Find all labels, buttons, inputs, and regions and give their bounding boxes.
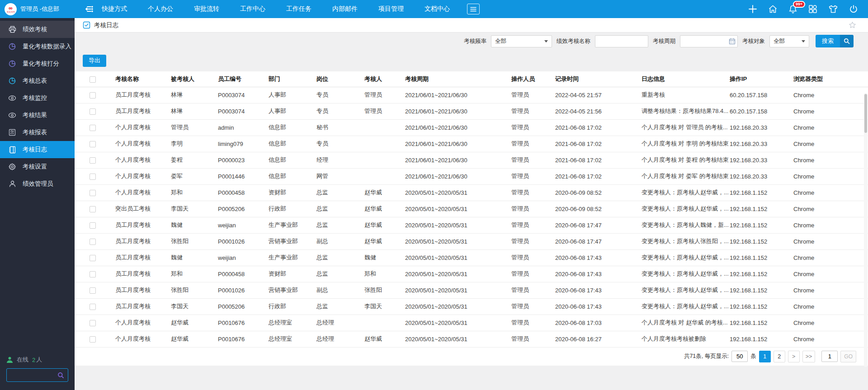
- sidebar-item-performance-assessment[interactable]: 绩效考核: [0, 21, 75, 38]
- row-checkbox[interactable]: [90, 174, 96, 180]
- cell-period: 2021/06/01~2021/06/30: [405, 168, 511, 184]
- sidebar-item-assessment-results[interactable]: 考核结果: [0, 107, 75, 124]
- cell-department: 营销事业部: [269, 282, 316, 298]
- apps-grid-icon[interactable]: [808, 5, 817, 14]
- cell-department: 资财部: [269, 266, 316, 282]
- cell-record-time: 2020-06-08 17:43: [555, 298, 642, 315]
- sidebar-search-input[interactable]: [10, 372, 57, 378]
- cell-employee-id: P0001026: [218, 282, 269, 298]
- pagination: 共71条, 每页显示: 条 1 2 > >> GO: [75, 348, 868, 366]
- row-checkbox[interactable]: [90, 304, 96, 310]
- row-checkbox[interactable]: [90, 92, 96, 99]
- row-checkbox[interactable]: [90, 271, 96, 277]
- cell-log-info: 个人月度考核 对 管理员 的考核...: [642, 119, 730, 136]
- sidebar-item-quant-data-entry[interactable]: 量化考核数据录入: [0, 38, 75, 55]
- row-checkbox[interactable]: [90, 125, 96, 131]
- page-size-input[interactable]: [731, 351, 748, 362]
- row-checkbox[interactable]: [90, 222, 96, 229]
- sidebar-item-quant-scoring[interactable]: 量化考核打分: [0, 55, 75, 72]
- nav-item-documents[interactable]: 文档中心: [425, 5, 450, 13]
- nav-item-approval[interactable]: 审批流转: [194, 5, 219, 13]
- row-checkbox[interactable]: [90, 336, 96, 343]
- home-icon[interactable]: [768, 5, 778, 14]
- nav-item-personal[interactable]: 个人办公: [148, 5, 173, 13]
- cell-record-time: 2021-06-08 17:02: [555, 136, 642, 152]
- cell-period: 2020/05/01~2020/05/31: [405, 184, 511, 201]
- nav-item-shortcuts[interactable]: 快捷方式: [102, 5, 127, 13]
- favorite-star-icon[interactable]: [849, 21, 856, 29]
- cell-log-info: 调整考核结果：原考核结果78.4...: [642, 103, 730, 119]
- cell-employee-id: P0005206: [218, 298, 269, 315]
- cell-log-info: 重新考核: [642, 87, 730, 103]
- goto-page-input[interactable]: [821, 351, 838, 362]
- more-menu-button[interactable]: [467, 4, 480, 14]
- main-content: 考核日志 考核频率 全部 绩效考核名称 考核周期 考核对象 全部: [75, 18, 868, 390]
- scrollbar-thumb[interactable]: [864, 94, 867, 133]
- collapse-menu-icon[interactable]: [85, 5, 94, 13]
- select-all-checkbox[interactable]: [90, 76, 96, 83]
- cell-period: 2020/05/01~2020/05/31: [405, 315, 511, 331]
- cell-operation-ip: 192.168.20.33: [730, 168, 793, 184]
- cell-browser-type: Chrome: [793, 233, 868, 249]
- page-button-2[interactable]: 2: [774, 351, 785, 362]
- row-checkbox[interactable]: [90, 141, 96, 147]
- cell-record-time: 2022-04-05 21:56: [555, 103, 642, 119]
- page-title: 考核日志: [94, 21, 118, 29]
- nav-item-tasks[interactable]: 工作任务: [286, 5, 311, 13]
- sidebar-item-label: 绩效管理员: [23, 180, 53, 188]
- cell-browser-type: Chrome: [793, 282, 868, 298]
- notifications-bell-icon[interactable]: 99+: [788, 5, 797, 14]
- nav-item-workcenter[interactable]: 工作中心: [240, 5, 265, 13]
- cell-period: 2020/05/01~2020/05/31: [405, 201, 511, 217]
- sidebar-item-assessment-settings[interactable]: 考核设置: [0, 158, 75, 175]
- sidebar-item-assessment-reports[interactable]: 考核报表: [0, 124, 75, 141]
- col-assessment-name: 考核名称: [115, 71, 171, 87]
- last-page-button[interactable]: >>: [802, 351, 816, 362]
- next-page-button[interactable]: >: [788, 351, 800, 362]
- company-logo-icon[interactable]: ∞ 华天动力: [5, 3, 17, 15]
- row-checkbox[interactable]: [90, 206, 96, 212]
- cell-position: 专员: [316, 136, 364, 152]
- freq-filter-select[interactable]: 全部: [491, 35, 552, 47]
- name-filter-input[interactable]: [595, 35, 648, 47]
- cell-period: 2021/06/01~2021/06/30: [405, 119, 511, 136]
- row-checkbox[interactable]: [90, 287, 96, 294]
- sidebar-item-assessment-log[interactable]: 考核日志: [0, 141, 75, 158]
- go-button[interactable]: GO: [840, 351, 856, 362]
- page-button-1[interactable]: 1: [759, 351, 771, 362]
- row-checkbox[interactable]: [90, 320, 96, 326]
- calendar-icon[interactable]: [729, 38, 736, 45]
- search-button[interactable]: 搜索: [816, 35, 854, 47]
- cell-record-time: 2020-06-08 17:43: [555, 282, 642, 298]
- row-checkbox[interactable]: [90, 157, 96, 164]
- cell-browser-type: Chrome: [793, 331, 868, 347]
- search-icon: [840, 35, 854, 47]
- row-checkbox[interactable]: [90, 239, 96, 245]
- cell-assessment-name: 个人月度考核: [115, 184, 171, 201]
- search-icon[interactable]: [57, 372, 64, 379]
- logout-power-icon[interactable]: [849, 5, 858, 14]
- cell-log-info: 个人月度考核 对 娄军 的考核结束: [642, 168, 730, 184]
- add-icon[interactable]: [748, 5, 757, 14]
- cell-assessment-name: 个人月度考核: [115, 119, 171, 136]
- cell-operator: 管理员: [511, 331, 555, 347]
- chevron-down-icon: [544, 40, 548, 42]
- sidebar-item-performance-admin[interactable]: 绩效管理员: [0, 175, 75, 193]
- cell-log-info: 个人月度考核 对 赵华威 的考核...: [642, 315, 730, 331]
- table-row: 个人月度考核 娄军 P0001446 信息部 网管 2021/06/01~202…: [75, 168, 868, 184]
- row-checkbox[interactable]: [90, 108, 96, 115]
- vertical-scrollbar: [864, 93, 868, 367]
- theme-shirt-icon[interactable]: [828, 5, 838, 14]
- target-filter-select[interactable]: 全部: [769, 35, 809, 47]
- row-checkbox[interactable]: [90, 255, 96, 261]
- export-button[interactable]: 导出: [83, 55, 106, 67]
- nav-item-projects[interactable]: 项目管理: [378, 5, 404, 13]
- chevron-down-icon: [802, 40, 805, 42]
- sidebar-item-assessment-summary[interactable]: 考核总表: [0, 72, 75, 89]
- cell-assessee: 李明: [171, 136, 218, 152]
- cell-position: 总监: [316, 249, 364, 266]
- row-checkbox[interactable]: [90, 190, 96, 196]
- cell-assessment-name: 员工月度考核: [115, 103, 171, 119]
- nav-item-mail[interactable]: 内部邮件: [332, 5, 358, 13]
- sidebar-item-assessment-monitor[interactable]: 考核监控: [0, 89, 75, 107]
